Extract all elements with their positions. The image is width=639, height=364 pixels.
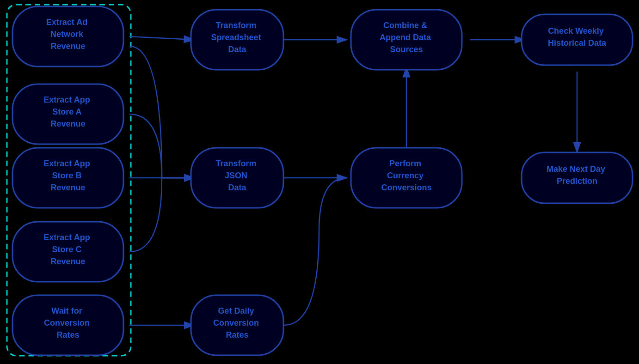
node-extract-ad[interactable]: Extract Ad Network Revenue [12, 6, 123, 67]
node-perform-currency[interactable]: Perform Currency Conversions [351, 148, 462, 208]
node-extract-app-c[interactable]: Extract App Store C Revenue [12, 222, 123, 282]
svg-text:Extract Ad
      Network
     : Extract Ad Network Revenue [46, 18, 90, 51]
node-get-daily[interactable]: Get Daily Conversion Rates [191, 295, 283, 355]
node-extract-app-a[interactable]: Extract App Store A Revenue [12, 84, 123, 144]
node-combine-append[interactable]: Combine & Append Data Sources [351, 10, 462, 70]
node-check-weekly[interactable]: Check Weekly Historical Data [522, 14, 633, 65]
node-transform-json[interactable]: Transform JSON Data [191, 148, 283, 208]
node-wait-conversion[interactable]: Wait for Conversion Rates [12, 295, 123, 355]
node-transform-spreadsheet[interactable]: Transform Spreadsheet Data [191, 10, 283, 70]
node-make-next[interactable]: Make Next Day Prediction [522, 152, 633, 203]
node-extract-app-b[interactable]: Extract App Store B Revenue [12, 148, 123, 208]
